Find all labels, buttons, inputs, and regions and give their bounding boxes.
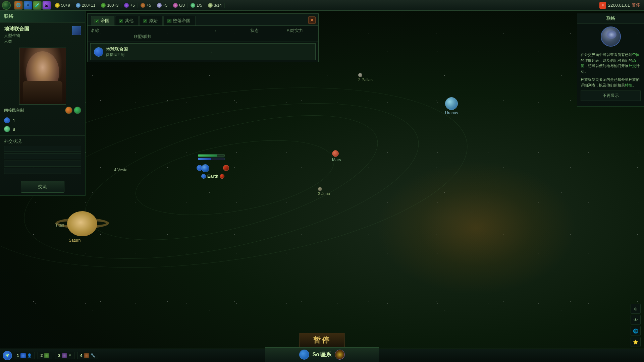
population-stat: 8	[0, 125, 85, 133]
system-name: Sol星系	[313, 351, 332, 358]
tab-primitive-checkbox[interactable]: ✓	[143, 19, 147, 23]
notif-icon-3[interactable]: 🌐	[631, 326, 641, 336]
left-panel: 联络 地球联合国 人型生物 人类 间接民主制 1 8 外交状况 交流	[0, 11, 86, 196]
pop-value: 1/5	[197, 3, 202, 8]
uranus-area[interactable]: Uranus	[445, 97, 458, 110]
no-show-button[interactable]: 不再显示	[581, 90, 641, 101]
tab-primitive[interactable]: ✓ 原始	[139, 16, 163, 25]
earth-label-row: Earth	[201, 174, 224, 179]
tab-empire-checkbox[interactable]: ✓	[95, 19, 99, 23]
notif-icon-4[interactable]: ⭐	[631, 337, 641, 347]
mars-label: Mars	[332, 158, 341, 162]
saturn-body	[67, 211, 97, 236]
exchange-button[interactable]: 交流	[21, 181, 64, 193]
uranus-label: Uranus	[445, 111, 458, 115]
government-row: 间接民主制	[0, 105, 85, 116]
uranus-planet	[445, 97, 458, 110]
table-row[interactable]: 地球联合国 间接民主制 -	[90, 43, 316, 60]
notification-area: ⊕ 👁 🌐 ⭐	[631, 304, 641, 347]
col-strength: 相对实力	[275, 28, 315, 34]
top-icon-4[interactable]: 🏛	[42, 1, 51, 10]
planet-stat-icon	[4, 117, 10, 123]
leader-portrait[interactable]	[19, 48, 66, 105]
right-panel-body: 在外交界面中可以查看所有已知帝国的详细列表，以及他们对我们的态度，还可以便利地与…	[577, 49, 644, 104]
diplomacy-section: 外交状况	[0, 135, 85, 177]
ethic-icon-2	[74, 107, 81, 114]
system-bar[interactable]: Sol星系	[265, 347, 379, 362]
queue-icon-3	[62, 353, 67, 358]
earth-health-fill	[198, 155, 217, 157]
resource-energy: 50+9	[52, 3, 73, 8]
table-header: 名称 → 状态 相对实力 联盟/联邦	[88, 26, 318, 42]
top-icon-1[interactable]: 🌐	[14, 1, 23, 10]
tab-other-checkbox[interactable]: ✓	[119, 19, 123, 23]
juno-planet	[318, 187, 322, 191]
alloys-icon	[157, 3, 162, 8]
earth-planet[interactable]	[201, 164, 209, 172]
queue-item-2[interactable]: 2	[38, 352, 53, 359]
top-icon-3[interactable]: 🧪	[33, 1, 42, 10]
top-bar: 🌐 ⚔ 🧪 🏛 50+9 200+11 100+3 +5 +5 +5 0/0 1…	[0, 0, 644, 11]
queue-icon-1-type: 👤	[27, 353, 32, 358]
notif-icon-2[interactable]: 👁	[631, 315, 641, 325]
bottom-globe-icon[interactable]: 🌍	[3, 351, 12, 360]
resource-alloys: +5	[154, 3, 171, 8]
right-info-panel: 联络 在外交界面中可以查看所有已知帝国的详细列表，以及他们对我们的态度，还可以便…	[577, 13, 644, 107]
diplo-bar-2	[4, 153, 81, 159]
top-icon-group: 🌐 ⚔ 🧪 🏛	[13, 1, 52, 10]
empire-row-name: 地球联合国	[106, 46, 128, 52]
top-icon-2[interactable]: ⚔	[23, 1, 32, 10]
tab-primitive-label: 原始	[149, 18, 158, 24]
pop-stat-icon	[4, 126, 10, 132]
highlight-attitude: 态度	[581, 58, 636, 68]
juno-label: 3 Juno	[318, 191, 330, 196]
tab-fallen-label: 堕落帝国	[173, 18, 191, 24]
game-date: 2200.01.01	[608, 3, 630, 8]
ethic-icon-1	[65, 107, 72, 114]
earth-health-bar	[198, 154, 225, 157]
close-button[interactable]: ✕	[308, 16, 316, 24]
gov-icons	[65, 107, 81, 114]
diplomacy-panel: ✓ 帝国 ✓ 其他 ✓ 原始 ✓ 堕落帝国 名称 → 状态 相对实力 联盟/联邦…	[87, 13, 319, 62]
queue-num-4: 4	[80, 353, 83, 358]
unity-icon	[141, 3, 145, 8]
queue-num-3: 3	[58, 353, 60, 358]
vesta-label: 4 Vesta	[114, 168, 127, 172]
notif-icon-1[interactable]: ⊕	[631, 304, 641, 314]
empire-species: 人类	[4, 39, 29, 44]
resource-food: 100+3	[98, 3, 121, 8]
pause-button[interactable]: ⏸ 2200.01.01 暂停	[595, 2, 644, 9]
saturn-planet-area[interactable]: Saturn	[65, 209, 99, 241]
planets-stat: 1	[0, 116, 85, 125]
tab-fallen-checkbox[interactable]: ✓	[167, 19, 171, 23]
right-avatar	[601, 26, 621, 47]
planet-count: 1	[13, 118, 15, 123]
empire-header: 地球联合国 人型生物 人类	[0, 22, 85, 48]
col-name: 名称	[91, 28, 194, 34]
minerals-value: 200+11	[82, 3, 95, 8]
empire-flag[interactable]	[72, 26, 81, 35]
queue-item-4[interactable]: 4 🔧	[77, 352, 98, 359]
resource-influence: 0/0	[170, 3, 188, 8]
queue-item-3[interactable]: 3 ❄	[55, 352, 74, 359]
navy-icon	[208, 3, 213, 8]
minerals-icon	[76, 3, 80, 8]
science-value: +5	[130, 3, 135, 8]
empire-cell-info: 地球联合国 间接民主制	[106, 46, 128, 57]
queue-item-1[interactable]: 1 👤	[14, 352, 35, 359]
mars-planet-area[interactable]: Mars	[332, 150, 339, 157]
tab-empire[interactable]: ✓ 帝国	[91, 16, 114, 25]
col-status: 状态	[234, 28, 275, 34]
queue-icon-4	[84, 353, 89, 358]
earth-planet-area[interactable]: Earth	[201, 164, 224, 179]
empire-row-gov: 间接民主制	[106, 52, 128, 57]
pause-label: 暂停	[632, 2, 640, 8]
tab-fallen[interactable]: ✓ 堕落帝国	[163, 16, 196, 25]
queue-num-2: 2	[41, 353, 43, 358]
resource-population: 1/5	[188, 3, 205, 8]
earth-bars	[198, 154, 225, 161]
queue-icon-2	[44, 353, 49, 358]
tab-other[interactable]: ✓ 其他	[115, 16, 139, 25]
empire-globe-icon[interactable]	[2, 1, 11, 10]
resource-minerals: 200+11	[73, 3, 98, 8]
